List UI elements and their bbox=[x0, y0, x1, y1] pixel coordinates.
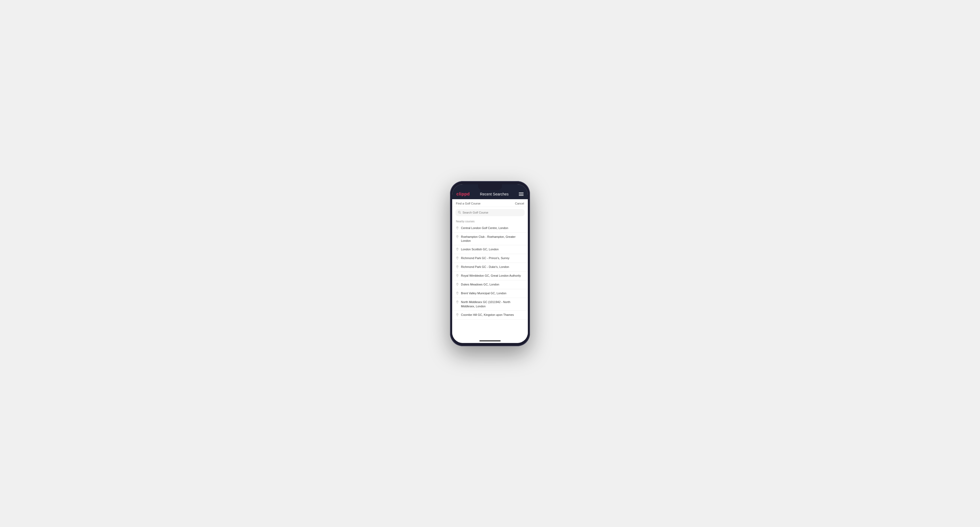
search-bar bbox=[455, 209, 525, 216]
course-list-item[interactable]: London Scottish GC, London bbox=[452, 245, 528, 254]
svg-point-5 bbox=[457, 257, 458, 258]
location-pin-icon bbox=[456, 313, 459, 317]
cancel-button[interactable]: Cancel bbox=[515, 202, 524, 205]
course-name: Brent Valley Municipal GC, London bbox=[461, 291, 506, 295]
svg-point-2 bbox=[457, 227, 458, 227]
course-name: Coombe Hill GC, Kingston upon Thames bbox=[461, 313, 514, 317]
svg-point-4 bbox=[457, 248, 458, 249]
course-name: Central London Golf Centre, London bbox=[461, 226, 508, 230]
course-name: London Scottish GC, London bbox=[461, 248, 498, 251]
svg-point-3 bbox=[457, 236, 458, 236]
app-header-title: Recent Searches bbox=[480, 192, 508, 196]
svg-point-0 bbox=[458, 211, 460, 213]
svg-point-11 bbox=[457, 314, 458, 314]
course-name: North Middlesex GC (1011942 - North Midd… bbox=[461, 300, 524, 308]
course-name: Dukes Meadows GC, London bbox=[461, 283, 500, 287]
svg-point-9 bbox=[457, 292, 458, 293]
phone-notch bbox=[478, 184, 502, 190]
courses-list: Central London Golf Centre, London Roeha… bbox=[452, 224, 528, 343]
location-pin-icon bbox=[456, 235, 459, 239]
course-list-item[interactable]: Roehampton Club - Roehampton, Greater Lo… bbox=[452, 233, 528, 246]
svg-point-6 bbox=[457, 266, 458, 267]
location-pin-icon bbox=[456, 300, 459, 305]
find-label: Find a Golf Course bbox=[456, 202, 480, 205]
location-pin-icon bbox=[456, 226, 459, 230]
location-pin-icon bbox=[456, 283, 459, 287]
course-list-item[interactable]: North Middlesex GC (1011942 - North Midd… bbox=[452, 298, 528, 311]
hamburger-menu-icon[interactable] bbox=[519, 192, 523, 196]
course-list-item[interactable]: Central London Golf Centre, London bbox=[452, 224, 528, 233]
course-name: Richmond Park GC - Duke's, London bbox=[461, 265, 509, 269]
course-list-item[interactable]: Coombe Hill GC, Kingston upon Thames bbox=[452, 311, 528, 319]
nearby-section-label: Nearby courses bbox=[452, 218, 528, 224]
location-pin-icon bbox=[456, 292, 459, 295]
location-pin-icon bbox=[456, 274, 459, 278]
svg-point-8 bbox=[457, 284, 458, 284]
course-name: Royal Wimbledon GC, Great London Authori… bbox=[461, 274, 521, 278]
search-input[interactable] bbox=[463, 211, 522, 214]
app-logo: clippd bbox=[457, 192, 470, 197]
phone-screen: clippd Recent Searches Find a Golf Cours… bbox=[452, 184, 528, 343]
course-list-item[interactable]: Richmond Park GC - Duke's, London bbox=[452, 263, 528, 271]
find-header: Find a Golf Course Cancel bbox=[452, 199, 528, 207]
home-indicator bbox=[479, 340, 501, 341]
svg-point-7 bbox=[457, 275, 458, 275]
course-list-item[interactable]: Richmond Park GC - Prince's, Surrey bbox=[452, 254, 528, 263]
course-name: Roehampton Club - Roehampton, Greater Lo… bbox=[461, 235, 524, 243]
svg-line-1 bbox=[460, 213, 461, 214]
course-name: Richmond Park GC - Prince's, Surrey bbox=[461, 256, 509, 260]
svg-point-10 bbox=[457, 301, 458, 302]
course-list-item[interactable]: Brent Valley Municipal GC, London bbox=[452, 289, 528, 298]
location-pin-icon bbox=[456, 256, 459, 260]
app-content: Find a Golf Course Cancel Nearby courses bbox=[452, 199, 528, 343]
location-pin-icon bbox=[456, 248, 459, 252]
search-icon bbox=[458, 211, 461, 214]
course-list-item[interactable]: Dukes Meadows GC, London bbox=[452, 280, 528, 289]
course-list-item[interactable]: Royal Wimbledon GC, Great London Authori… bbox=[452, 271, 528, 280]
location-pin-icon bbox=[456, 265, 459, 269]
phone-device: clippd Recent Searches Find a Golf Cours… bbox=[450, 181, 530, 346]
